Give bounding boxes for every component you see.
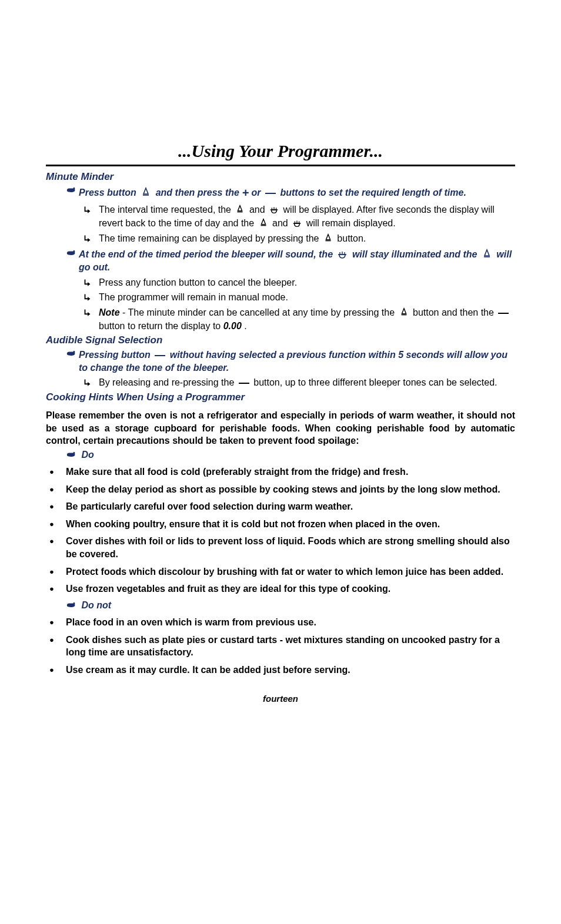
zero-value: 0.00 xyxy=(223,321,242,331)
text: will stay illuminated and the xyxy=(352,249,480,259)
title-block: ...Using Your Programmer... xyxy=(46,141,515,161)
sub-item-manual-mode: The programmer will remain in manual mod… xyxy=(46,291,515,304)
text: and xyxy=(249,205,268,215)
title-rule xyxy=(46,165,515,166)
page-number: fourteen xyxy=(46,694,515,704)
text: By releasing and re-pressing the xyxy=(99,377,237,387)
text: Press any function button to cancel the … xyxy=(99,276,515,289)
list-item: Keep the delay period as short as possib… xyxy=(46,483,515,496)
list-item: Cook dishes such as plate pies or custar… xyxy=(46,634,515,659)
do-label: Do xyxy=(81,450,94,460)
text: . xyxy=(244,321,246,331)
text: button, up to three different bleeper to… xyxy=(253,377,497,387)
bell-icon xyxy=(258,217,269,230)
list-item: Make sure that all food is cold (prefera… xyxy=(46,466,515,478)
instruction-pressing-minus: Pressing button without having selected … xyxy=(46,349,515,374)
bell-icon xyxy=(235,204,245,217)
text: Protect foods which discolour by brushin… xyxy=(66,565,503,578)
list-item: Use cream as it may curdle. It can be ad… xyxy=(46,664,515,677)
list-item: When cooking poultry, ensure that it is … xyxy=(46,518,515,531)
note-label: Note xyxy=(99,307,120,317)
text: and xyxy=(272,218,290,228)
section-heading-minute-minder: Minute Minder xyxy=(46,171,515,183)
list-item: Place food in an oven which is warm from… xyxy=(46,616,515,629)
plus-icon: + xyxy=(242,186,249,199)
section-heading-cooking-hints: Cooking Hints When Using a Programmer xyxy=(46,391,515,403)
page: ...Using Your Programmer... Minute Minde… xyxy=(0,0,561,727)
arrow-sub-icon xyxy=(82,203,99,216)
sub-item-bleeper-tones: By releasing and re-pressing the button,… xyxy=(46,376,515,389)
section-heading-audible-signal: Audible Signal Selection xyxy=(46,334,515,346)
list-item: Be particularly careful over food select… xyxy=(46,500,515,513)
hand-pointer-icon xyxy=(66,450,76,461)
text: Use frozen vegetables and fruit as they … xyxy=(66,582,390,595)
arrow-sub-icon xyxy=(82,306,99,319)
text: button and then the xyxy=(413,307,496,317)
text: The interval time requested, the xyxy=(99,205,231,215)
do-not-heading: Do not xyxy=(46,600,515,611)
text: Be particularly careful over food select… xyxy=(66,500,353,513)
text: At the end of the timed period the bleep… xyxy=(79,249,335,259)
minus-icon xyxy=(239,383,249,384)
list-item: Use frozen vegetables and fruit as they … xyxy=(46,582,515,595)
text: Make sure that all food is cold (prefera… xyxy=(66,466,408,478)
do-not-label: Do not xyxy=(81,600,111,610)
hand-pointer-icon xyxy=(66,185,76,196)
pot-icon xyxy=(269,204,279,217)
bell-icon xyxy=(140,187,152,200)
bell-icon xyxy=(323,233,333,246)
bell-icon xyxy=(399,307,409,320)
do-list: Make sure that all food is cold (prefera… xyxy=(46,466,515,595)
text: Use cream as it may curdle. It can be ad… xyxy=(66,664,350,677)
bell-icon xyxy=(481,249,493,262)
instruction-end-of-period: At the end of the timed period the bleep… xyxy=(46,248,515,274)
text: The time remaining can be displayed by p… xyxy=(99,233,322,243)
text: Cook dishes such as plate pies or custar… xyxy=(66,634,515,659)
text: Keep the delay period as short as possib… xyxy=(66,483,500,496)
cooking-intro-paragraph: Please remember the oven is not a refrig… xyxy=(46,409,515,447)
sub-item-time-remaining: The time remaining can be displayed by p… xyxy=(46,232,515,246)
text: Press button xyxy=(79,188,139,197)
text: Place food in an oven which is warm from… xyxy=(66,616,316,629)
do-not-list: Place food in an oven which is warm from… xyxy=(46,616,515,676)
instruction-press-bell: Press button and then press the + or but… xyxy=(46,185,515,201)
text: button to return the display to xyxy=(99,321,223,331)
pot-icon xyxy=(336,249,348,262)
text: The programmer will remain in manual mod… xyxy=(99,291,515,304)
minus-icon xyxy=(265,193,276,194)
arrow-sub-icon xyxy=(82,376,99,389)
arrow-sub-icon xyxy=(82,232,99,245)
text: and then press the xyxy=(156,188,242,197)
arrow-sub-icon xyxy=(82,276,99,289)
hand-pointer-icon xyxy=(66,600,76,611)
text: buttons to set the required length of ti… xyxy=(280,188,466,197)
minus-icon xyxy=(155,355,165,356)
text: will remain displayed. xyxy=(306,218,396,228)
sub-item-note-cancel: Note - The minute minder can be cancelle… xyxy=(46,306,515,332)
list-item: Protect foods which discolour by brushin… xyxy=(46,565,515,578)
list-item: Cover dishes with foil or lids to preven… xyxy=(46,535,515,560)
arrow-sub-icon xyxy=(82,291,99,303)
page-title: ...Using Your Programmer... xyxy=(178,141,383,161)
text: Pressing button xyxy=(79,350,153,360)
pot-icon xyxy=(292,217,302,230)
do-heading: Do xyxy=(46,450,515,461)
text: Cover dishes with foil or lids to preven… xyxy=(66,535,515,560)
text: or xyxy=(252,188,263,197)
sub-item-cancel-bleeper: Press any function button to cancel the … xyxy=(46,276,515,289)
text: When cooking poultry, ensure that it is … xyxy=(66,518,440,531)
text: - The minute minder can be cancelled at … xyxy=(122,307,398,317)
sub-item-interval-display: The interval time requested, the and wil… xyxy=(46,203,515,230)
hand-pointer-icon xyxy=(66,248,76,259)
minus-icon xyxy=(498,313,509,314)
text: button. xyxy=(337,233,366,243)
hand-pointer-icon xyxy=(66,349,76,360)
